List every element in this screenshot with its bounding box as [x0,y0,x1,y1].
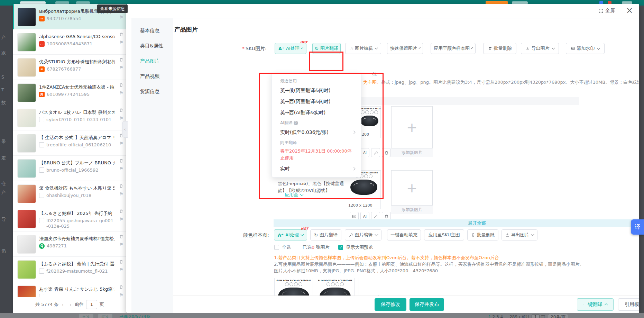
note-line-3: 图片大小不超过10MB，支持JPG、JPEG. PNG格式，大小200*200 … [274,268,438,274]
product-list-item[interactable]: 1件ZANZEA女士优雅无袖连衣裙 - 纯色... 淘 601099774241… [13,80,126,105]
tab-supply-info[interactable]: 货源信息 [131,84,173,99]
delete-icon[interactable] [119,108,123,112]
tab-product-images[interactable]: 产品图片 [131,53,173,69]
flag-icon[interactable]: ⚑ [119,242,123,247]
add-image-dropzone[interactable]: + [391,106,433,148]
prev-page-icon[interactable]: ‹ [62,302,63,307]
row-checkbox[interactable] [39,193,44,198]
product-title: 优朵STUDIO 方形珍珠钮扣针织衬衫扣... [39,58,114,65]
download-icon [526,46,530,51]
select-all-checkbox[interactable] [274,245,279,250]
flag-icon[interactable]: ⚑ [119,191,123,197]
dropdown-item[interactable]: 英→西(阿里翻译&闲时) [272,96,361,107]
apply-to-color-sample-button[interactable]: 应用至颜色样本图 [431,43,476,54]
tab-category-attrs[interactable]: 类目&属性 [131,38,173,53]
add-image-dropzone[interactable]: + [391,170,433,206]
product-list-item[interactable]: 【ふるさと納税】 葡萄 | 先行受付 選べ... f202029-matsumo… [13,257,126,282]
collapse-sidebar-handle[interactable]: ‹ [122,121,128,138]
product-list-item[interactable]: 箸 食洗機対応 もちやすい 木彫り箸 5膳... ohashikoujyou_r… [13,181,126,206]
watermark-icon [571,46,575,51]
delete-icon[interactable] [119,285,123,289]
product-list-item[interactable]: alphasense GAS Sensor/CO sensor C... ◡ 1… [13,29,126,55]
image-translate-button-2[interactable]: ↻图片翻译 [310,229,341,240]
delete-icon[interactable] [119,57,123,62]
delete-icon[interactable] [119,234,123,239]
add-watermark-button[interactable]: 添加水印 [566,43,605,54]
flag-icon[interactable]: ⚑ [119,292,123,297]
batch-delete-button-2[interactable]: 批量删除 [467,229,498,240]
product-list-item[interactable]: あす楽 青森 りんご サンふじ 5kg箱·10... ⚑ [13,282,126,297]
apply-to-sku-main-button[interactable]: 应用至SKU主图 [424,229,464,240]
translate-options-dropdown: 最近使用英→俄(阿里翻译&闲时)英→西(阿里翻译&闲时)英→西(AI翻译&实时)… [272,73,361,178]
translate-float-tab[interactable]: 译 [631,219,644,235]
row-checkbox[interactable] [39,117,44,122]
row-checkbox[interactable] [39,294,44,297]
image-edit-button[interactable]: 图片编辑 [345,43,381,54]
mock-product-header: SLIM BODY RICH ACCESSORIE [275,279,313,282]
export-images-button-2[interactable]: 导出图片 [502,229,537,240]
flag-icon[interactable]: ⚑ [119,65,123,70]
auto-fill-button[interactable]: 一键自动填充 [387,229,421,240]
save-and-publish-button[interactable]: 保存并发布 [410,298,444,311]
flag-icon[interactable]: ⚑ [119,217,123,222]
one-click-translate-button[interactable]: 一键翻译 [577,298,614,311]
ai-process-button[interactable]: A⁺ AI处理 HOT [275,43,306,54]
next-page-icon[interactable]: › [70,302,72,307]
product-list-item[interactable]: 法国皮尔卡丹短袖男夏季纯棉T恤宽松大... Q 4987271 ⚑ [13,231,126,257]
export-images-button[interactable]: 导出图片 [521,43,559,54]
tab-product-video[interactable]: 产品视频 [131,69,173,84]
delete-icon[interactable] [119,184,123,188]
apply-to-link[interactable]: 应用至 [285,192,303,198]
dropdown-item[interactable]: 实时(低至0.036元/张) [272,127,361,138]
delete-icon[interactable] [119,83,123,87]
product-list-item[interactable]: 【 生活の木 公式 】天然消臭アロマ リ... treeoflife-offic… [13,130,126,156]
ai-process-button-2[interactable]: A⁺ AI处理 HOT [274,229,307,240]
note-line-1: 1.若产品类目支持上传颜色样本图，上传后会自动发布到Ozon后台。若不支持，颜色… [274,255,499,261]
magic-wand-icon [349,233,353,237]
row-checkbox[interactable] [39,167,44,173]
image-translate-button[interactable]: ↻图片翻译 [312,43,341,54]
product-list-item[interactable]: バスタオル 1枚 ハレ 日本製 泉州タオル... cyberl2010_0101… [13,105,126,130]
flag-icon[interactable]: ⚑ [119,116,123,121]
dropdown-item[interactable]: 英→西(AI翻译&实时) [272,107,361,118]
add-new-image-tile[interactable]: + 添加新图片 [391,170,433,214]
1688-icon: ≈ [39,66,45,72]
flag-icon[interactable]: ⚑ [119,267,123,272]
flag-icon[interactable]: ⚑ [119,90,123,96]
row-checkbox[interactable] [39,218,44,223]
page-input[interactable]: 1 [86,300,97,309]
topbar-label-fragment [622,1,632,4]
batch-delete-button[interactable]: 批量删除 [483,43,516,54]
flag-icon[interactable]: ⚑ [119,166,123,171]
flag-icon[interactable]: ⚑ [119,40,123,45]
delete-icon[interactable] [119,158,123,163]
sku-image-label: *SKU图片: [242,46,267,52]
flag-icon[interactable]: ⚑ [119,15,123,20]
magic-wand-button[interactable] [371,148,380,157]
product-list-item[interactable]: 优朵STUDIO 方形珍珠钮扣针织衬衫扣... ≈ 678276766877 ⚑ [13,55,126,80]
fullscreen-button[interactable]: 全屏 [598,8,615,14]
use-template-button[interactable]: 引用模板 [618,298,639,311]
delete-icon[interactable] [119,260,123,264]
tab-basic-info[interactable]: 基本信息 [131,23,173,38]
product-list-item[interactable]: 【ふるさと納税】 2025年 先行予約 サ... f022055-goshoga… [13,206,126,231]
row-checkbox[interactable] [39,142,44,147]
quick-keep-button[interactable]: 快速保留图片 [387,43,423,54]
expand-all-button[interactable]: 展开全部 [274,219,639,227]
ai-button[interactable]: AI [360,148,369,157]
delete-image-button[interactable] [382,148,391,157]
image-edit-button-2[interactable]: 图片编辑 [345,229,381,240]
large-preview-checkbox[interactable]: ✓ [338,245,343,250]
dropdown-item[interactable]: 实时 [272,163,361,174]
row-checkbox[interactable] [39,269,44,274]
add-new-image-tile[interactable]: + 添加新图片 [391,106,433,157]
product-thumbnail [17,210,36,228]
product-list-item[interactable]: 【BRUNO 公式】ブルーノ BRUNO カ... bruno-official… [13,156,126,181]
close-icon[interactable]: × [626,6,633,15]
product-id: f202029-matsumoto_fl-021 [46,269,108,274]
flag-icon[interactable]: ⚑ [119,141,123,146]
save-changes-button[interactable]: 保存修改 [375,298,406,311]
dropdown-item[interactable]: 英→俄(阿里翻译&闲时) [272,85,361,96]
delete-icon[interactable] [119,209,123,213]
delete-icon[interactable] [119,32,123,37]
